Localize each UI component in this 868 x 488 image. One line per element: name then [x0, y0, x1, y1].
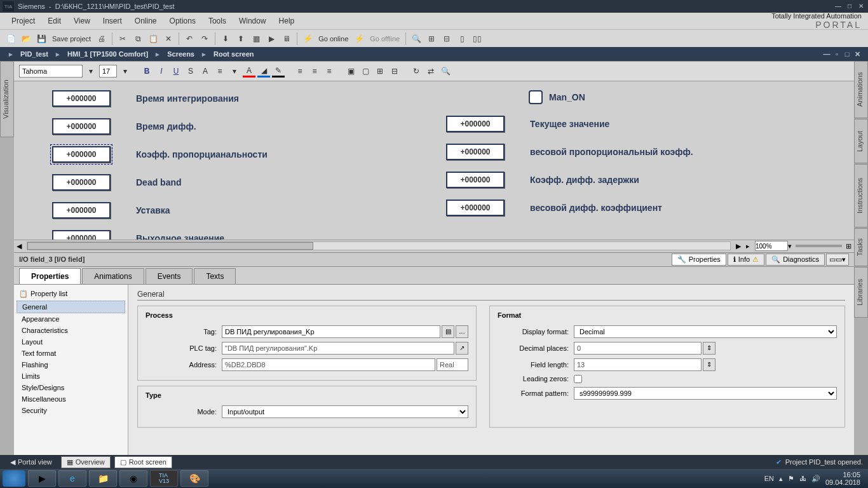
taskbar-explorer[interactable]: 📁	[89, 470, 117, 487]
cut-icon[interactable]: ✂	[116, 32, 130, 46]
nav-style[interactable]: Style/Designs	[17, 382, 125, 393]
nav-flashing[interactable]: Flashing	[17, 359, 125, 370]
taskbar-media-player[interactable]: ▶	[28, 470, 56, 487]
hmi-icon[interactable]: 🖥	[280, 32, 294, 46]
paste-icon[interactable]: 📋	[146, 32, 160, 46]
tab-visualization[interactable]: Visualization	[0, 61, 14, 137]
io-field-output[interactable]: +000000	[52, 230, 111, 240]
tray-volume-icon[interactable]: 🔊	[811, 475, 820, 483]
underline-icon[interactable]: U	[170, 65, 182, 78]
panel-maximize-icon[interactable]: □	[843, 50, 851, 58]
flip-icon[interactable]: ⇄	[424, 65, 437, 78]
start-button[interactable]	[3, 470, 25, 487]
crumb-hmi[interactable]: HMI_1 [TP1500 Comfort]	[62, 50, 153, 58]
align-right-icon[interactable]: ≡	[323, 65, 336, 78]
taskbar-tia[interactable]: TIAV13	[150, 470, 178, 487]
tag-browse-icon[interactable]: …	[456, 325, 468, 338]
print-icon[interactable]: 🖨	[95, 32, 109, 46]
nav-text-format[interactable]: Text format	[17, 348, 125, 359]
search-icon[interactable]: 🔍	[409, 32, 423, 46]
menu-online[interactable]: Online	[128, 17, 163, 25]
dp-spinner-icon[interactable]: ⇕	[703, 342, 715, 355]
rotate-icon[interactable]: ↻	[410, 65, 423, 78]
menu-insert[interactable]: Insert	[97, 17, 128, 25]
io-field-setpoint[interactable]: +000000	[52, 202, 111, 219]
delete-icon[interactable]: ✕	[161, 32, 175, 46]
font-select[interactable]	[19, 65, 83, 78]
crumb-root[interactable]: Root screen	[208, 50, 259, 58]
tab-prop-animations[interactable]: Animations	[82, 268, 144, 284]
crumb-project[interactable]: PID_test	[15, 50, 53, 58]
screen-canvas[interactable]: +000000 Время интегрирования +000000 Вре…	[14, 81, 854, 240]
tray-network-icon[interactable]: 🖧	[799, 475, 806, 482]
tray-clock[interactable]: 16:05 09.04.2018	[825, 471, 860, 486]
field-length-input[interactable]	[574, 358, 702, 371]
undo-icon[interactable]: ↶	[182, 32, 196, 46]
tab-prop-texts[interactable]: Texts	[194, 268, 236, 284]
align-icon[interactable]: ≡	[214, 65, 226, 78]
zoom-input[interactable]	[755, 241, 788, 251]
tab-animations[interactable]: Animations	[854, 61, 868, 118]
portal-view-button[interactable]: ◀ Portal view	[5, 458, 57, 466]
tab-info[interactable]: ℹInfo⚠	[728, 254, 764, 266]
tab-prop-events[interactable]: Events	[146, 268, 193, 284]
go-offline-label[interactable]: Go offline	[367, 35, 402, 43]
size-dropdown-icon[interactable]: ▾	[119, 65, 132, 78]
tab-prop-properties[interactable]: Properties	[19, 268, 81, 284]
crumb-screens[interactable]: Screens	[162, 50, 200, 58]
zoom-fit-icon[interactable]: 🔍	[439, 65, 452, 78]
line-color-icon[interactable]: ✎	[272, 65, 285, 78]
simulate-icon[interactable]: ▶	[264, 32, 278, 46]
io-field-current-value[interactable]: +000000	[446, 116, 505, 132]
tag-list-icon[interactable]: ▤	[442, 325, 454, 338]
overview-tab[interactable]: ▦ Overview	[61, 456, 111, 468]
minimize-button[interactable]: —	[834, 3, 843, 10]
bold-icon[interactable]: B	[140, 65, 153, 78]
upload-icon[interactable]: ⬆	[234, 32, 248, 46]
tray-flag-icon[interactable]: ⚑	[788, 475, 794, 483]
fl-spinner-icon[interactable]: ⇕	[703, 358, 715, 371]
menu-edit[interactable]: Edit	[41, 17, 67, 25]
zoom-slider[interactable]	[796, 245, 842, 247]
cross-ref-icon[interactable]: ⊞	[424, 32, 438, 46]
nav-characteristics[interactable]: Characteristics	[17, 325, 125, 336]
nav-security[interactable]: Security	[17, 405, 125, 416]
close-button[interactable]: ✕	[857, 3, 865, 10]
font-dropdown-icon[interactable]: ▾	[85, 65, 97, 78]
save-icon[interactable]: 💾	[34, 32, 48, 46]
dropdown1-icon[interactable]: ▾	[228, 65, 241, 78]
tab-instructions[interactable]: Instructions	[854, 164, 868, 227]
fill-color-icon[interactable]: ◢	[257, 65, 270, 78]
align-left-icon[interactable]: ≡	[294, 65, 306, 78]
nav-layout[interactable]: Layout	[17, 336, 125, 348]
font-a-icon[interactable]: A	[199, 65, 212, 78]
split2-icon[interactable]: ▯▯	[470, 32, 484, 46]
go-online-icon[interactable]: ⚡	[301, 32, 315, 46]
tab-layout[interactable]: Layout	[854, 119, 868, 163]
open-project-icon[interactable]: 📂	[19, 32, 33, 46]
taskbar-ie[interactable]: e	[58, 470, 86, 487]
io-field-integration-time[interactable]: +000000	[52, 90, 111, 107]
accessible-icon[interactable]: ⊟	[440, 32, 454, 46]
taskbar-paint[interactable]: 🎨	[180, 470, 208, 487]
io-field-p-weight[interactable]: +000000	[446, 144, 505, 160]
compile-icon[interactable]: ▦	[249, 32, 263, 46]
tab-properties[interactable]: 🔧Properties	[672, 254, 726, 266]
checkbox-man-on[interactable]	[529, 90, 543, 104]
nav-limits[interactable]: Limits	[17, 370, 125, 382]
panel-restore-icon[interactable]: ▫	[832, 50, 841, 58]
strike-icon[interactable]: S	[184, 65, 197, 78]
new-project-icon[interactable]: 📄	[4, 32, 18, 46]
io-field-d-delay[interactable]: +000000	[446, 172, 505, 188]
bring-front-icon[interactable]: ▣	[344, 65, 357, 78]
menu-view[interactable]: View	[67, 17, 97, 25]
send-back-icon[interactable]: ▢	[359, 65, 372, 78]
copy-icon[interactable]: ⧉	[131, 32, 145, 46]
group-icon[interactable]: ⊞	[374, 65, 386, 78]
font-color-icon[interactable]: A	[243, 65, 255, 78]
menu-project[interactable]: Project	[5, 17, 41, 25]
inspector-layout-icon[interactable]: ▭▭▾	[826, 254, 849, 266]
nav-appearance[interactable]: Appearance	[17, 313, 125, 325]
mode-select[interactable]: Input/output	[222, 405, 468, 418]
align-center-icon[interactable]: ≡	[308, 65, 321, 78]
